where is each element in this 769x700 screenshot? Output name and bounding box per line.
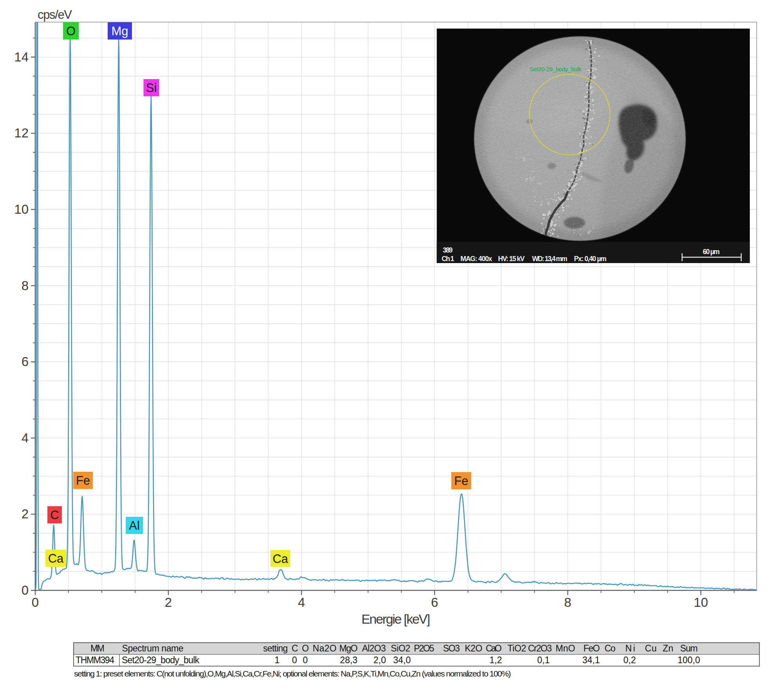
svg-text:CaO: CaO [486,643,502,653]
svg-text:Al: Al [129,519,140,532]
svg-text:Ca: Ca [273,552,288,566]
svg-text:setting: setting [263,643,288,653]
svg-text:TiO2: TiO2 [507,643,526,653]
svg-text:WD: 13,4 mm: WD: 13,4 mm [532,255,567,263]
svg-text:cps/eV: cps/eV [38,8,72,22]
svg-text:Fe: Fe [76,474,90,487]
svg-text:O: O [66,24,76,38]
svg-text:0: 0 [22,583,29,597]
svg-text:Set20-29_body_bulk: Set20-29_body_bulk [530,66,582,72]
svg-text:MnO: MnO [556,643,575,653]
svg-text:Ch 1: Ch 1 [442,255,454,263]
svg-text:O: O [302,643,309,653]
svg-text:Co: Co [605,643,616,653]
svg-text:Cr2O3: Cr2O3 [528,643,552,653]
svg-text:HV: 15 kV: HV: 15 kV [498,255,525,263]
svg-text:Px: 0,40 µm: Px: 0,40 µm [574,255,607,263]
svg-text:12: 12 [14,126,29,140]
svg-text:1: 1 [274,655,280,665]
svg-text:THMM394: THMM394 [76,655,114,665]
svg-text:MgO: MgO [339,643,358,653]
svg-text:Set20-29_body_bulk: Set20-29_body_bulk [122,655,200,665]
svg-text:14: 14 [14,50,29,64]
svg-text:MAG: 400x: MAG: 400x [460,255,492,263]
svg-text:10: 10 [14,202,29,216]
svg-text:2,0: 2,0 [374,655,386,665]
svg-text:60 µm: 60 µm [703,248,720,256]
svg-text:MM: MM [90,643,105,653]
svg-text:34,1: 34,1 [582,655,600,665]
svg-text:Zn: Zn [663,643,673,653]
svg-text:Ni: Ni [625,643,635,653]
svg-text:C: C [50,508,59,522]
svg-text:Cu: Cu [645,643,657,653]
svg-text:Sum: Sum [680,643,698,653]
svg-text:34,0: 34,0 [393,655,411,665]
svg-text:28,3: 28,3 [340,655,357,665]
svg-text:0,2: 0,2 [623,655,636,665]
svg-text:C: C [292,643,298,653]
svg-text:4: 4 [298,595,305,610]
svg-text:0: 0 [292,655,297,665]
svg-text:Energie [keV]: Energie [keV] [361,612,430,626]
svg-text:10: 10 [694,595,708,610]
svg-text:4: 4 [22,431,29,445]
svg-text:2: 2 [165,595,172,610]
svg-text:P2O5: P2O5 [414,643,434,653]
svg-text:setting 1: preset elements: C(: setting 1: preset elements: C(not unfold… [74,669,511,678]
svg-text:6: 6 [431,595,438,610]
svg-text:Spectrum name: Spectrum name [122,643,184,653]
svg-text:Mg: Mg [111,24,128,38]
svg-text:SO3: SO3 [443,643,460,653]
svg-text:8: 8 [22,278,29,293]
svg-text:0: 0 [32,595,39,610]
svg-text:Fe: Fe [454,474,468,488]
svg-text:389: 389 [443,246,453,254]
svg-text:Si: Si [146,81,157,95]
svg-text:Al2O3: Al2O3 [362,643,386,653]
svg-text:8: 8 [564,595,571,610]
svg-text:100,0: 100,0 [677,655,700,665]
svg-text:Na2O: Na2O [313,643,337,653]
svg-text:0,1: 0,1 [537,655,550,665]
svg-text:K2O: K2O [465,643,482,653]
svg-text:6: 6 [22,354,29,369]
svg-text:FeO: FeO [583,643,600,653]
svg-text:1,2: 1,2 [489,655,502,665]
svg-text:0: 0 [303,655,308,665]
svg-text:Ca: Ca [48,552,64,565]
svg-text:2: 2 [22,507,29,521]
svg-text:SiO2: SiO2 [391,643,410,653]
